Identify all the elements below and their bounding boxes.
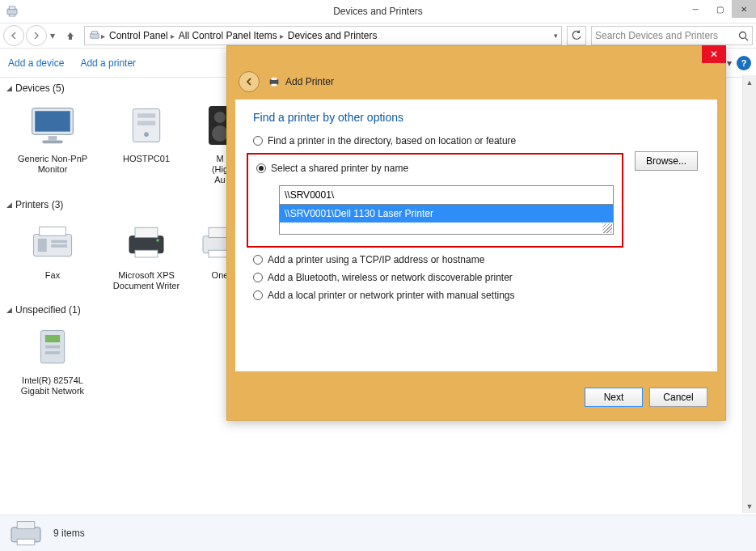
svg-rect-13 [137,121,155,125]
up-button[interactable] [61,27,79,45]
dialog-title: Add Printer [285,76,334,87]
printer-path-input[interactable] [279,185,614,205]
help-icon[interactable]: ? [737,56,751,70]
resize-grip[interactable] [280,223,613,234]
back-button[interactable] [3,25,24,46]
autocomplete-item[interactable]: \\SRV0001\Dell 1130 Laser Printer [280,205,613,223]
printer-item[interactable]: Fax [8,214,97,291]
recent-dropdown-icon[interactable]: ▾ [50,30,55,41]
grip-icon [602,223,612,233]
refresh-button[interactable] [567,26,586,45]
devices-printers-icon [5,4,19,19]
svg-point-26 [156,239,159,242]
chevron-right-icon[interactable]: ▸ [101,32,107,40]
add-printer-dialog: ✕ Add Printer Find a printer by other op… [226,45,726,421]
svg-rect-22 [51,244,67,248]
device-item[interactable]: Generic Non-PnP Monitor [8,97,97,186]
svg-rect-40 [272,84,277,87]
chevron-right-icon[interactable]: ▸ [280,32,285,40]
item-label: Intel(R) 82574L Gigabit Network [8,375,97,396]
option-shared[interactable]: Select a shared printer by name [256,163,614,174]
option-label: Add a printer using a TCP/IP address or … [268,254,484,265]
svg-point-16 [214,112,226,123]
search-icon [738,31,749,41]
add-device-command[interactable]: Add a device [8,57,64,69]
svg-rect-25 [135,250,158,257]
radio-checked-icon [256,163,266,173]
section-title: Unspecified (1) [15,304,81,316]
svg-point-17 [212,125,228,142]
cancel-button[interactable]: Cancel [649,388,707,407]
option-bluetooth[interactable]: Add a Bluetooth, wireless or network dis… [253,272,699,283]
device-item[interactable]: Intel(R) 82574L Gigabit Network [8,319,97,396]
status-bar: 9 items [0,515,756,551]
next-button[interactable]: Next [585,388,643,407]
option-label: Add a local printer or network printer w… [268,290,514,301]
svg-rect-34 [45,351,60,354]
item-count: 9 items [53,528,85,539]
option-local[interactable]: Add a local printer or network printer w… [253,290,699,301]
device-item[interactable]: HOSTPC01 [102,97,191,186]
section-title: Devices (5) [15,83,65,94]
titlebar: Devices and Printers ─ ▢ ✕ [0,0,756,23]
svg-rect-21 [51,240,67,244]
monitor-icon [21,97,84,154]
radio-icon [253,290,263,300]
svg-rect-9 [49,136,57,140]
chevron-right-icon[interactable]: ▸ [171,32,176,40]
section-title: Printers (3) [15,199,63,210]
network-card-icon [21,319,84,375]
option-label: Select a shared printer by name [271,163,408,174]
option-tcpip[interactable]: Add a printer using a TCP/IP address or … [253,254,699,265]
svg-point-5 [740,32,746,38]
item-label: Microsoft XPS Document Writer [102,270,191,291]
address-bar[interactable]: ▸ Control Panel ▸ All Control Panel Item… [84,26,562,45]
svg-rect-32 [45,335,60,342]
printer-icon [115,214,178,270]
computer-icon [115,97,178,154]
highlighted-option-box: Select a shared printer by name \\SRV000… [247,153,623,248]
svg-rect-33 [45,345,60,349]
collapse-icon: ◢ [6,84,12,92]
scroll-up-icon[interactable]: ▲ [743,75,756,89]
dialog-back-button[interactable] [239,71,260,92]
browse-button[interactable]: Browse... [635,151,698,171]
printer-thumb-icon [8,519,44,548]
option-directory[interactable]: Find a printer in the directory, based o… [253,135,699,146]
svg-rect-38 [270,79,279,84]
breadcrumb-item[interactable]: All Control Panel Items [176,30,280,41]
forward-button[interactable] [26,25,47,46]
address-dropdown-icon[interactable]: ▾ [554,32,558,40]
svg-rect-36 [17,522,35,529]
breadcrumb-item[interactable]: Control Panel [107,30,171,41]
item-label: HOSTPC01 [123,154,170,164]
dialog-heading: Find a printer by other options [253,111,699,124]
close-button[interactable]: ✕ [732,0,756,18]
view-options-icon[interactable]: ▾ [727,57,732,69]
minimize-button[interactable]: ─ [683,0,707,18]
search-placeholder: Search Devices and Printers [595,30,718,41]
autocomplete-dropdown: \\SRV0001\Dell 1130 Laser Printer [279,205,614,235]
svg-rect-10 [42,140,62,143]
option-label: Find a printer in the directory, based o… [268,135,516,146]
printer-icon [268,75,281,88]
search-box[interactable]: Search Devices and Printers [591,26,753,45]
dialog-close-button[interactable]: ✕ [702,45,726,63]
svg-rect-12 [137,113,155,118]
address-icon [88,29,101,42]
item-label: Fax [45,270,60,281]
option-label: Add a Bluetooth, wireless or network dis… [268,272,513,283]
collapse-icon: ◢ [6,201,12,209]
add-printer-command[interactable]: Add a printer [80,57,136,69]
vertical-scrollbar[interactable]: ▲ ▼ [742,75,756,513]
maximize-button[interactable]: ▢ [707,0,732,18]
radio-icon [253,136,263,146]
svg-rect-8 [35,111,70,131]
scroll-down-icon[interactable]: ▼ [743,499,756,513]
svg-rect-19 [40,227,66,235]
printer-item[interactable]: Microsoft XPS Document Writer [102,214,191,291]
svg-point-14 [144,132,149,137]
svg-rect-20 [38,239,47,252]
breadcrumb-item[interactable]: Devices and Printers [285,30,380,41]
svg-rect-1 [9,6,15,10]
